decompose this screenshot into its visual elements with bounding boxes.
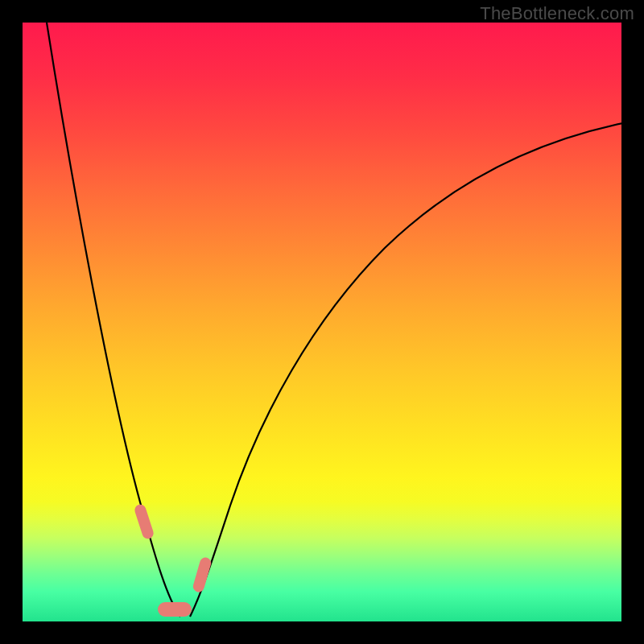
svg-rect-1 <box>158 602 192 617</box>
svg-rect-0 <box>134 503 155 540</box>
marker-right <box>192 556 213 593</box>
chart-plot-area <box>22 22 622 622</box>
svg-rect-2 <box>192 556 213 593</box>
curve-right-branch <box>190 123 622 617</box>
curve-left-branch <box>47 23 180 617</box>
bottleneck-curve <box>23 23 622 622</box>
marker-left <box>134 503 155 540</box>
marker-bottom <box>158 602 192 617</box>
watermark-text: TheBottleneck.com <box>480 3 634 24</box>
